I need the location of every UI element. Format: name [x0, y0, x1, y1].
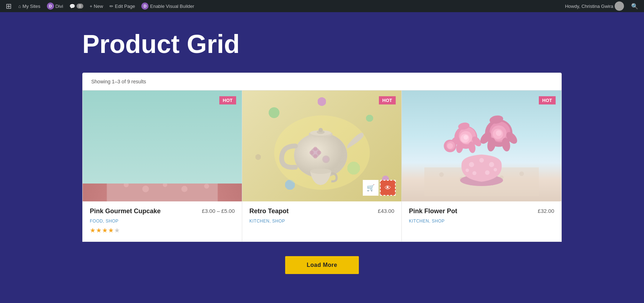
comment-count: 0 [77, 4, 83, 9]
results-text: Showing 1–3 of 9 results [91, 79, 146, 84]
svg-point-69 [464, 135, 468, 140]
product-image-teapot[interactable]: HOT 🛒 👁 [242, 91, 401, 201]
product-info-cupcake: Pink Gourmet Cupcake £3.00 – £5.00 FOOD,… [83, 201, 242, 241]
product-price-cupcake: £3.00 – £5.00 [202, 207, 235, 214]
load-more-area: Load More [0, 242, 644, 281]
star-4-half: ★ [108, 227, 114, 234]
wp-icon: ⊞ [6, 2, 12, 10]
svg-point-45 [313, 154, 317, 158]
star-rating-cupcake: ★★★★★ [90, 226, 235, 234]
svg-point-58 [469, 162, 474, 167]
star-5-empty: ★ [114, 227, 120, 234]
plus-icon: + [90, 4, 93, 9]
cat-kitchen-1[interactable]: KITCHEN [249, 219, 269, 224]
shop-container: Showing 1–3 of 9 results [82, 73, 562, 241]
new-label: New [94, 4, 103, 9]
quick-view-button-teapot[interactable]: 👁 [380, 180, 396, 196]
divi-vb-icon: D [141, 3, 148, 10]
product-name-flowerpot[interactable]: Pink Flower Pot [409, 207, 457, 215]
comment-icon: 💬 [69, 4, 75, 9]
admin-bar: ⊞ ⌂ My Sites D Divi 💬 0 + New ✏ Edit Pag… [0, 0, 644, 12]
hot-badge-cupcake: HOT [219, 96, 236, 104]
product-name-teapot[interactable]: Retro Teapot [249, 207, 289, 215]
cart-icon: 🛒 [367, 184, 375, 192]
wp-logo[interactable]: ⊞ [3, 0, 15, 12]
product-card-cupcake: HOT Pink Gourmet Cupcake £3.00 – £5.00 F… [83, 91, 242, 241]
hot-badge-flowerpot: HOT [539, 96, 556, 104]
flowerpot-svg [424, 96, 539, 196]
my-sites-label: My Sites [23, 4, 40, 9]
product-cats-cupcake: FOOD, SHOP [90, 219, 235, 224]
product-card-flowerpot: HOT Pink Flower Pot £32.00 KITCHEN, SHOP [402, 91, 561, 241]
edit-page-menu[interactable]: ✏ Edit Page [107, 0, 138, 12]
svg-point-56 [519, 171, 524, 176]
star-2: ★ [96, 227, 102, 234]
flowerpot-image-bg [402, 91, 561, 201]
home-icon: ⌂ [18, 4, 21, 9]
star-3: ★ [102, 227, 108, 234]
hot-badge-teapot: HOT [379, 96, 396, 104]
svg-point-52 [439, 172, 444, 177]
enable-visual-builder[interactable]: D Enable Visual Builder [138, 0, 197, 12]
divi-label: Divi [55, 4, 63, 9]
howdy-text: Howdy, Christina Gwira [565, 4, 613, 9]
page-title: Product Grid [82, 30, 562, 58]
cat-shop-1[interactable]: SHOP [106, 219, 118, 224]
svg-point-44 [313, 147, 317, 151]
page-title-area: Product Grid [0, 30, 644, 73]
product-card-teapot: HOT 🛒 👁 Retro Teapot £43.00 [242, 91, 402, 241]
product-cats-flowerpot: KITCHEN, SHOP [409, 219, 554, 224]
svg-point-61 [472, 171, 476, 175]
cat-food[interactable]: FOOD [90, 219, 103, 224]
pencil-icon: ✏ [109, 4, 113, 9]
load-more-button[interactable]: Load More [285, 256, 358, 274]
svg-point-62 [485, 170, 490, 175]
user-avatar [615, 1, 624, 11]
svg-point-11 [204, 184, 209, 189]
product-price-flowerpot: £32.00 [538, 207, 554, 214]
cupcake-image-bg [83, 91, 242, 201]
svg-point-8 [142, 186, 149, 192]
divi-menu[interactable]: D Divi [44, 0, 66, 12]
svg-point-10 [181, 186, 187, 192]
my-sites-menu[interactable]: ⌂ My Sites [15, 0, 43, 12]
add-to-cart-button-teapot[interactable]: 🛒 [363, 180, 379, 196]
product-info-top-flowerpot: Pink Flower Pot £32.00 [409, 207, 554, 215]
svg-point-64 [494, 168, 497, 172]
eye-icon: 👁 [385, 184, 391, 192]
divi-icon: D [47, 3, 54, 10]
cat-shop-3[interactable]: SHOP [432, 219, 445, 224]
product-image-cupcake[interactable]: HOT [83, 91, 242, 201]
new-menu[interactable]: + New [87, 0, 106, 12]
teapot-svg [268, 99, 376, 192]
product-cats-teapot: KITCHEN, SHOP [249, 219, 394, 224]
product-info-teapot: Retro Teapot £43.00 KITCHEN, SHOP [242, 201, 401, 233]
product-image-flowerpot[interactable]: HOT [402, 91, 561, 201]
svg-point-63 [465, 168, 469, 172]
svg-point-87 [447, 143, 453, 149]
cat-shop-2[interactable]: SHOP [272, 219, 285, 224]
product-grid: HOT Pink Gourmet Cupcake £3.00 – £5.00 F… [82, 91, 562, 241]
product-info-top-cupcake: Pink Gourmet Cupcake £3.00 – £5.00 [90, 207, 235, 215]
cat-kitchen-2[interactable]: KITCHEN [409, 219, 429, 224]
svg-point-46 [309, 151, 314, 155]
search-button[interactable]: 🔍 [628, 0, 641, 12]
svg-point-41 [318, 128, 323, 132]
product-price-teapot: £43.00 [378, 207, 394, 214]
search-icon: 🔍 [631, 3, 638, 10]
svg-point-79 [496, 130, 502, 136]
product-name-cupcake[interactable]: Pink Gourmet Cupcake [90, 207, 161, 215]
svg-point-60 [489, 162, 494, 167]
product-info-flowerpot: Pink Flower Pot £32.00 KITCHEN, SHOP [402, 201, 561, 233]
comments-menu[interactable]: 💬 0 [67, 0, 86, 12]
svg-point-47 [317, 151, 321, 155]
product-info-top-teapot: Retro Teapot £43.00 [249, 207, 394, 215]
edit-page-label: Edit Page [115, 4, 135, 9]
star-1: ★ [90, 227, 96, 234]
howdy-menu[interactable]: Howdy, Christina Gwira [562, 0, 627, 12]
svg-point-59 [479, 158, 484, 163]
page-content: Product Grid Showing 1–3 of 9 results [0, 12, 644, 303]
enable-vb-label: Enable Visual Builder [150, 4, 194, 9]
card-overlay-buttons-teapot: 🛒 👁 [363, 180, 396, 196]
svg-point-49 [324, 157, 327, 161]
